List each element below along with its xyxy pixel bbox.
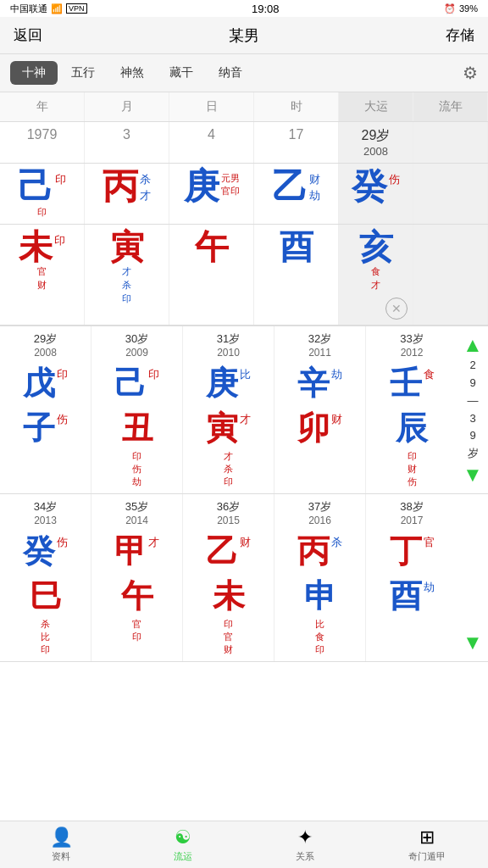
carrier: 中国联通 [10,3,47,15]
back-button[interactable]: 返回 [14,25,42,45]
hour-stem-side1: 财 [309,172,320,187]
e4-s1: 比 [315,618,324,631]
e3-s2: 官 [224,631,233,643]
e5-stem-s: 官 [424,535,435,550]
dayun-side-2: ▼ [458,494,488,661]
col-day: 日 [169,92,254,121]
nav-bar: 返回 某男 存储 [0,17,488,54]
tab-shishen[interactable]: 十神 [10,61,58,85]
col-year: 年 [0,92,85,121]
year-branch-char: 未 [19,230,53,264]
dayun-year: 2008 [363,145,388,158]
e4-stem: 丙 [297,530,330,573]
nav-guanxi[interactable]: ✦ 关系 [244,826,366,863]
d3-stem-s: 比 [240,367,251,382]
dayun-cell-34: 34岁 2013 癸 伤 巳 杀 比 印 [0,494,92,661]
save-button[interactable]: 存储 [446,25,474,45]
d4-branch: 卯 [297,407,330,450]
e2-branch: 午 [121,575,153,618]
d2-branch: 丑 [121,407,153,450]
grid-header: 年 月 日 时 大运 流年 [0,92,488,122]
year-branch-s1: 印 [54,233,65,248]
close-button[interactable]: ✕ [385,298,408,320]
bazi-year-branch: 未 印 官 财 [0,225,85,325]
vpn-badge: VPN [66,3,87,14]
e1-age: 34岁 [34,499,57,515]
month-branch-sub1: 才 [122,265,131,278]
bazi-hour-stem: 乙 财 劫 [254,164,339,224]
d3-s2: 杀 [224,463,233,476]
tab-shensha[interactable]: 神煞 [108,61,156,85]
col-hour: 时 [254,92,339,121]
status-left: 中国联通 📶 VPN [10,3,87,15]
month-stem-char: 丙 [103,169,138,204]
d1-branch: 子 [23,407,55,450]
month-stem-side1: 杀 [140,172,151,187]
e2-s2: 印 [132,631,141,643]
liuyun-icon: ☯ [175,826,191,849]
e4-year: 2016 [308,515,331,526]
bazi-hour-branch: 酉 [254,225,339,325]
dayun-cell-35: 35岁 2014 甲 才 午 官 印 [92,494,183,661]
d4-stem-s: 劫 [331,367,342,382]
year-stem-sub: 印 [37,206,47,219]
d3-s1: 才 [224,450,233,463]
nav-title: 某男 [229,25,259,46]
tab-zanggan[interactable]: 藏干 [158,61,205,85]
dayun-cell-38: 38岁 2017 丁 官 酉 劫 [366,494,458,661]
dayun-age-val: 29岁 2008 [339,122,413,163]
e3-stem-s: 财 [240,535,251,550]
e3-s3: 财 [224,643,233,656]
d2-year: 2009 [125,347,148,359]
d2-s2: 伤 [132,463,141,476]
d5-s2: 财 [408,463,417,476]
dayun-cell-36: 36岁 2015 乙 财 未 印 官 财 [183,494,274,661]
d5-stem-s: 食 [424,367,435,382]
d3-branch: 寅 [206,407,238,450]
d5-year: 2012 [401,347,424,359]
gear-icon[interactable]: ⚙ [463,63,478,83]
arrow-down-2[interactable]: ▼ [463,631,483,654]
d2-stem: 己 [114,362,147,405]
dayun-branch-sub2: 才 [371,279,380,292]
e5-age: 38岁 [400,499,423,515]
arrow-down-1[interactable]: ▼ [463,463,483,487]
e4-branch: 申 [304,575,336,618]
alarm-icon: ⏰ [444,3,456,14]
arrow-up-1[interactable]: ▲ [463,333,483,357]
guanxi-label: 关系 [296,850,314,863]
e3-stem: 乙 [206,530,238,573]
d5-stem: 壬 [390,362,422,405]
day-val: 4 [169,122,254,163]
e2-stem: 甲 [114,530,147,573]
d3-s3: 印 [224,476,233,488]
month-val: 3 [85,122,169,163]
nav-qimen[interactable]: ⊞ 奇门遁甲 [366,826,488,863]
ziliao-label: 资料 [52,850,70,863]
day-branch-char: 午 [195,230,229,264]
d1-branch-s: 伤 [57,412,68,427]
e2-stem-s: 才 [148,535,159,550]
guanxi-icon: ✦ [297,826,313,849]
year-val: 1979 [0,122,85,163]
dayun-row-2: 34岁 2013 癸 伤 巳 杀 比 印 35岁 2014 [0,494,488,662]
bazi-dayun-stem: 癸 伤 [339,164,413,224]
col-dayun: 大运 [339,92,413,121]
tab-wuxing[interactable]: 五行 [59,61,107,85]
hour-stem-char: 乙 [272,169,308,204]
liuyun-label: 流运 [174,850,192,863]
tab-nayin[interactable]: 纳音 [207,61,254,85]
dayun-row-1: 29岁 2008 戊 印 子 伤 30岁 2009 己 印 [0,326,488,494]
nav-liuyun[interactable]: ☯ 流运 [122,826,244,863]
e4-stem-s: 杀 [331,535,342,550]
dayun-side-1: ▲ 2 9 — 3 9 岁 ▼ [458,326,488,493]
hour-stem-side2: 劫 [309,188,320,203]
dayun-grid-1: 29岁 2008 戊 印 子 伤 30岁 2009 己 印 [0,326,458,493]
nav-ziliao[interactable]: 👤 资料 [0,826,122,863]
d1-age: 29岁 [34,331,57,347]
d4-age: 32岁 [308,331,331,347]
month-branch-char: 寅 [110,230,144,264]
bazi-main-block: 己 印 印 丙 杀 才 庚 [0,164,488,225]
d2-s3: 劫 [132,476,141,488]
qimen-icon: ⊞ [419,826,435,849]
